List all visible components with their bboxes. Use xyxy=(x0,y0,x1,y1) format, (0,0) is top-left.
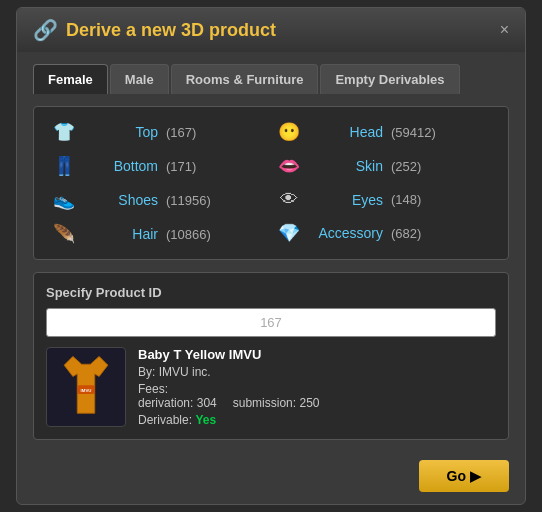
dialog-body: Female Male Rooms & Furniture Empty Deri… xyxy=(17,52,525,452)
shoes-icon: 👟 xyxy=(50,189,78,211)
top-label: Top xyxy=(86,124,158,140)
category-accessory[interactable]: 💎 Accessory (682) xyxy=(271,220,496,246)
skin-icon: 👄 xyxy=(275,155,303,177)
top-icon: 👕 xyxy=(50,121,78,143)
submission-label: submission: 250 xyxy=(233,396,320,410)
category-head[interactable]: 😶 Head (59412) xyxy=(271,119,496,145)
top-count: (167) xyxy=(166,125,196,140)
category-col-left: 👕 Top (167) 👖 Bottom (171) 👟 Shoes (1195… xyxy=(46,119,271,247)
svg-text:IMVU: IMVU xyxy=(81,388,92,393)
product-fees-label: Fees: xyxy=(138,382,496,396)
bottom-count: (171) xyxy=(166,159,196,174)
go-button[interactable]: Go ▶ xyxy=(419,460,509,492)
hair-icon: 🪶 xyxy=(50,223,78,245)
product-section-title: Specify Product ID xyxy=(46,285,496,300)
derive-dialog: 🔗 Derive a new 3D product × Female Male … xyxy=(16,7,526,505)
head-icon: 😶 xyxy=(275,121,303,143)
dialog-footer: Go ▶ xyxy=(17,452,525,504)
bottom-icon: 👖 xyxy=(50,155,78,177)
product-section: Specify Product ID IMVU Baby T Yellow IM… xyxy=(33,272,509,440)
close-button[interactable]: × xyxy=(500,22,509,38)
hair-count: (10866) xyxy=(166,227,211,242)
derivable-value: Yes xyxy=(195,413,216,427)
product-derivable: Derivable: Yes xyxy=(138,413,496,427)
go-arrow-icon: ▶ xyxy=(470,468,481,484)
categories-panel: 👕 Top (167) 👖 Bottom (171) 👟 Shoes (1195… xyxy=(33,106,509,260)
skin-count: (252) xyxy=(391,159,421,174)
eyes-label: Eyes xyxy=(311,192,383,208)
product-name: Baby T Yellow IMVU xyxy=(138,347,496,362)
category-col-right: 😶 Head (59412) 👄 Skin (252) 👁 Eyes (148)… xyxy=(271,119,496,247)
derivation-label: derivation: 304 xyxy=(138,396,217,410)
product-info: IMVU Baby T Yellow IMVU By: IMVU inc. Fe… xyxy=(46,347,496,427)
link-icon: 🔗 xyxy=(33,18,58,42)
tab-male[interactable]: Male xyxy=(110,64,169,94)
tab-female[interactable]: Female xyxy=(33,64,108,94)
tab-rooms[interactable]: Rooms & Furniture xyxy=(171,64,319,94)
category-hair[interactable]: 🪶 Hair (10866) xyxy=(46,221,271,247)
eyes-icon: 👁 xyxy=(275,189,303,210)
shoes-label: Shoes xyxy=(86,192,158,208)
category-skin[interactable]: 👄 Skin (252) xyxy=(271,153,496,179)
hair-label: Hair xyxy=(86,226,158,242)
product-thumbnail-image: IMVU xyxy=(51,352,121,422)
eyes-count: (148) xyxy=(391,192,421,207)
head-count: (59412) xyxy=(391,125,436,140)
product-by: By: IMVU inc. xyxy=(138,365,496,379)
product-details: Baby T Yellow IMVU By: IMVU inc. Fees: d… xyxy=(138,347,496,427)
dialog-title: 🔗 Derive a new 3D product xyxy=(33,18,276,42)
accessory-icon: 💎 xyxy=(275,222,303,244)
category-bottom[interactable]: 👖 Bottom (171) xyxy=(46,153,271,179)
skin-label: Skin xyxy=(311,158,383,174)
accessory-label: Accessory xyxy=(311,225,383,241)
svg-marker-0 xyxy=(64,356,108,413)
accessory-count: (682) xyxy=(391,226,421,241)
product-thumbnail: IMVU xyxy=(46,347,126,427)
tab-bar: Female Male Rooms & Furniture Empty Deri… xyxy=(33,64,509,94)
head-label: Head xyxy=(311,124,383,140)
category-top[interactable]: 👕 Top (167) xyxy=(46,119,271,145)
product-fees: derivation: 304 submission: 250 xyxy=(138,396,496,410)
dialog-header: 🔗 Derive a new 3D product × xyxy=(17,8,525,52)
bottom-label: Bottom xyxy=(86,158,158,174)
category-eyes[interactable]: 👁 Eyes (148) xyxy=(271,187,496,212)
category-shoes[interactable]: 👟 Shoes (11956) xyxy=(46,187,271,213)
product-id-input[interactable] xyxy=(46,308,496,337)
tab-empty[interactable]: Empty Derivables xyxy=(320,64,459,94)
shoes-count: (11956) xyxy=(166,193,211,208)
